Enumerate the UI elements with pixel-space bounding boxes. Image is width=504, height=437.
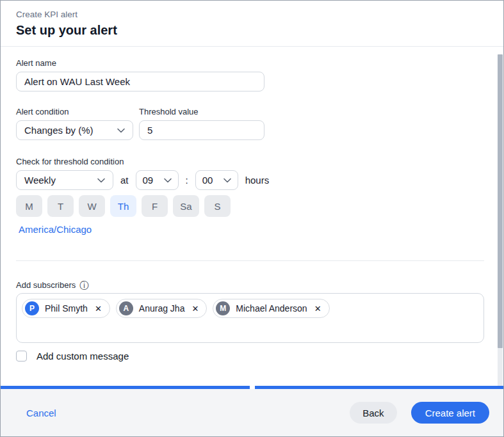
hours-label: hours bbox=[243, 175, 272, 186]
alert-name-label: Alert name bbox=[16, 58, 488, 68]
frequency-value: Weekly bbox=[24, 175, 56, 186]
dialog-header: Create KPI alert Set up your alert bbox=[1, 1, 503, 46]
hour-value: 09 bbox=[143, 175, 154, 186]
day-button-thursday[interactable]: Th bbox=[110, 195, 136, 217]
check-condition-label: Check for threshold condition bbox=[16, 157, 488, 166]
back-button[interactable]: Back bbox=[350, 402, 396, 424]
alert-condition-label: Alert condition bbox=[16, 107, 133, 116]
day-button-friday[interactable]: F bbox=[142, 195, 168, 217]
chevron-down-icon bbox=[117, 128, 125, 133]
remove-subscriber-icon[interactable]: ✕ bbox=[314, 304, 321, 314]
dialog-eyebrow: Create KPI alert bbox=[16, 10, 488, 19]
remove-subscriber-icon[interactable]: ✕ bbox=[191, 304, 199, 314]
subscriber-name: Phil Smyth bbox=[45, 303, 88, 314]
page-title: Set up your alert bbox=[16, 23, 488, 38]
avatar: M bbox=[216, 301, 230, 315]
minute-value: 00 bbox=[202, 175, 213, 186]
day-button-tuesday[interactable]: T bbox=[47, 195, 74, 217]
day-button-saturday[interactable]: Sa bbox=[173, 195, 199, 217]
add-subscribers-label: Add subscribers bbox=[16, 280, 76, 290]
chevron-down-icon bbox=[97, 178, 105, 183]
day-button-wednesday[interactable]: W bbox=[79, 195, 105, 217]
subscriber-chip: A Anurag Jha ✕ bbox=[116, 299, 207, 318]
create-kpi-alert-dialog: Create KPI alert Set up your alert Alert… bbox=[0, 0, 504, 437]
alert-name-input[interactable] bbox=[16, 72, 264, 91]
subscriber-chip: P Phil Smyth ✕ bbox=[22, 299, 110, 318]
minute-select[interactable]: 00 bbox=[195, 170, 238, 190]
hour-select[interactable]: 09 bbox=[136, 170, 179, 190]
alert-condition-value: Changes by (%) bbox=[24, 125, 93, 136]
subscriber-name: Michael Anderson bbox=[236, 303, 307, 314]
threshold-value-input[interactable] bbox=[139, 120, 264, 140]
day-button-monday[interactable]: M bbox=[16, 195, 42, 217]
frequency-select[interactable]: Weekly bbox=[16, 170, 113, 190]
subscriber-chip: M Michael Anderson ✕ bbox=[213, 299, 329, 318]
dialog-footer: Cancel Back Create alert bbox=[1, 389, 503, 436]
scrollbar-thumb[interactable] bbox=[498, 54, 503, 348]
avatar: P bbox=[25, 301, 39, 315]
alert-condition-select[interactable]: Changes by (%) bbox=[16, 120, 133, 140]
day-button-sunday[interactable]: S bbox=[204, 195, 231, 217]
info-icon[interactable]: ⓘ bbox=[79, 281, 88, 290]
chevron-down-icon bbox=[224, 178, 231, 183]
avatar: A bbox=[119, 301, 133, 315]
time-separator: : bbox=[184, 175, 190, 186]
subscriber-name: Anurag Jha bbox=[139, 303, 185, 314]
cancel-button[interactable]: Cancel bbox=[26, 408, 56, 418]
dialog-body: Alert name Alert condition Changes by (%… bbox=[1, 47, 503, 362]
chevron-down-icon bbox=[164, 178, 172, 183]
section-divider bbox=[16, 260, 484, 261]
add-custom-message-checkbox[interactable] bbox=[16, 351, 27, 362]
add-custom-message-label: Add custom message bbox=[37, 351, 129, 362]
subscribers-input[interactable]: P Phil Smyth ✕ A Anurag Jha ✕ M Michael … bbox=[16, 293, 484, 343]
threshold-value-label: Threshold value bbox=[139, 107, 264, 116]
timezone-link[interactable]: America/Chicago bbox=[19, 224, 92, 235]
remove-subscriber-icon[interactable]: ✕ bbox=[95, 304, 102, 314]
at-label: at bbox=[118, 175, 131, 186]
day-picker: M T W Th F Sa S bbox=[16, 195, 488, 217]
create-alert-button[interactable]: Create alert bbox=[411, 402, 489, 424]
